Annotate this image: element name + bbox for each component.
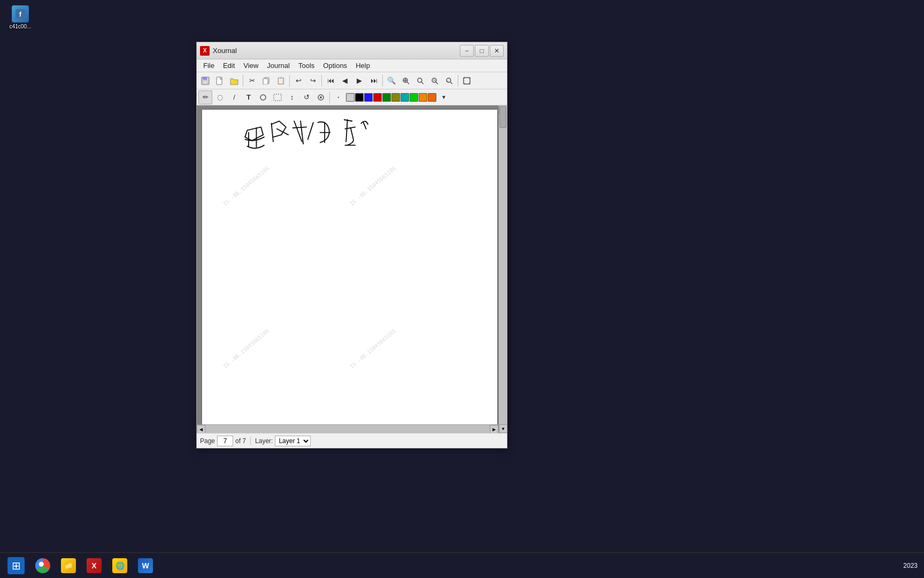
first-page-button[interactable]: ⏮ xyxy=(324,74,337,88)
taskbar-xournal[interactable]: X xyxy=(82,555,106,576)
zoom-100-button[interactable]: % xyxy=(428,74,442,88)
toolbar-drawing: ✏ ◌ / T ↕ ↺ • xyxy=(197,89,507,105)
window-title: Xournal xyxy=(213,47,460,55)
last-page-button[interactable]: ⏭ xyxy=(367,74,381,88)
toolbar-separator-5 xyxy=(458,75,458,87)
color-picker-tool[interactable] xyxy=(314,90,328,104)
color-teal[interactable] xyxy=(401,93,409,102)
color-gray[interactable] xyxy=(346,93,355,102)
shape-tool[interactable] xyxy=(256,90,270,104)
vertical-space-tool[interactable]: ↕ xyxy=(285,90,299,104)
taskbar-miro[interactable]: 🌐 xyxy=(108,555,132,576)
prev-page-button[interactable]: ◀ xyxy=(338,74,352,88)
scroll-right-button[interactable]: ▶ xyxy=(490,425,498,433)
page-label: Page xyxy=(200,437,215,445)
svg-rect-22 xyxy=(274,94,281,101)
select-region-tool[interactable] xyxy=(271,90,284,104)
svg-rect-7 xyxy=(263,79,268,85)
color-black[interactable] xyxy=(355,93,364,102)
svg-text:f: f xyxy=(19,10,22,18)
page-of-label: of 7 xyxy=(235,437,246,445)
page-number-input[interactable] xyxy=(217,436,233,446)
open-button[interactable] xyxy=(227,74,241,88)
window-controls: − □ ✕ xyxy=(460,45,504,57)
fullscreen-button[interactable] xyxy=(460,74,474,88)
close-button[interactable]: ✕ xyxy=(490,45,504,57)
app-icon-label: X xyxy=(203,48,207,54)
taskbar-chrome[interactable] xyxy=(31,555,55,576)
svg-rect-4 xyxy=(203,81,207,84)
maximize-button[interactable]: □ xyxy=(475,45,489,57)
layer-select[interactable]: Layer 1 xyxy=(275,436,311,446)
scrollbar-vertical[interactable]: ▲ ▼ xyxy=(498,105,507,433)
color-lime[interactable] xyxy=(410,93,418,102)
svg-line-13 xyxy=(421,82,424,84)
scroll-down-button[interactable]: ▼ xyxy=(499,424,507,433)
svg-text:%: % xyxy=(433,79,436,82)
paste-button[interactable]: 📋 xyxy=(274,74,288,88)
zoom-in-button[interactable] xyxy=(399,74,413,88)
scroll-left-button[interactable]: ◀ xyxy=(197,425,205,433)
pen-tool[interactable]: ✏ xyxy=(198,90,212,104)
svg-rect-20 xyxy=(464,78,470,84)
svg-line-9 xyxy=(407,82,409,84)
menu-file[interactable]: File xyxy=(199,60,219,71)
svg-line-15 xyxy=(436,82,438,84)
menu-view[interactable]: View xyxy=(239,60,263,71)
layer-label: Layer: xyxy=(255,437,273,445)
color-olive[interactable] xyxy=(391,93,400,102)
svg-point-12 xyxy=(418,78,422,82)
toolbar-main: ✂ 📋 ↩ ↪ ⏮ ◀ ▶ ⏭ 🔍 xyxy=(197,72,507,89)
svg-point-21 xyxy=(260,95,266,100)
zoom-out-button[interactable]: 🔍 xyxy=(384,74,398,88)
undo-button[interactable]: ↩ xyxy=(291,74,305,88)
redo-button[interactable]: ↪ xyxy=(306,74,320,88)
status-separator xyxy=(250,437,251,445)
menu-tools[interactable]: Tools xyxy=(294,60,319,71)
new-button[interactable] xyxy=(213,74,227,88)
svg-point-24 xyxy=(320,96,322,98)
color-dropdown[interactable]: ▼ xyxy=(437,90,451,104)
rotate-tool[interactable]: ↺ xyxy=(299,90,313,104)
xournal-window: X Xournal − □ ✕ File Edit View Journal T… xyxy=(196,42,507,448)
minimize-button[interactable]: − xyxy=(460,45,474,57)
copy-button[interactable] xyxy=(259,74,273,88)
zoom-custom-button[interactable]: + xyxy=(442,74,456,88)
text-tool[interactable]: T xyxy=(242,90,256,104)
app-icon: X xyxy=(200,46,210,56)
color-red[interactable] xyxy=(373,93,382,102)
color-green[interactable] xyxy=(382,93,391,102)
svg-line-18 xyxy=(450,82,452,84)
toolbar-separator-4 xyxy=(382,75,383,87)
scroll-thumb-vertical[interactable] xyxy=(499,107,506,128)
start-icon: ⊞ xyxy=(7,557,25,574)
miro-icon: 🌐 xyxy=(112,558,127,573)
taskbar-word[interactable]: W xyxy=(134,555,157,576)
color-blue[interactable] xyxy=(364,93,373,102)
desktop-icon-image: f xyxy=(12,5,29,22)
color-orange[interactable] xyxy=(419,93,427,102)
desktop: f c41c00... X Xournal − □ ✕ File Edit Vi… xyxy=(0,0,924,578)
taskbar-files[interactable]: 📁 xyxy=(57,555,80,576)
canvas-area[interactable]: IS -86.1504566510S IS -86.1504566510S IS… xyxy=(197,105,507,433)
save-button[interactable] xyxy=(198,74,212,88)
files-icon: 📁 xyxy=(61,558,76,573)
cut-button[interactable]: ✂ xyxy=(245,74,259,88)
color-dark-orange[interactable] xyxy=(428,93,436,102)
zoom-fit-button[interactable] xyxy=(413,74,427,88)
page-canvas[interactable]: IS -86.1504566510S IS -86.1504566510S IS… xyxy=(202,110,497,429)
toolbar2-separator xyxy=(329,92,330,103)
menu-journal[interactable]: Journal xyxy=(263,60,294,71)
desktop-icon[interactable]: f c41c00... xyxy=(4,5,36,29)
scrollbar-horizontal[interactable]: ◀ ▶ xyxy=(197,424,498,433)
menu-edit[interactable]: Edit xyxy=(219,60,239,71)
xournal-taskbar-icon: X xyxy=(87,558,102,573)
menu-help[interactable]: Help xyxy=(351,60,374,71)
eraser-tool[interactable]: ◌ xyxy=(213,90,227,104)
highlighter-tool[interactable]: / xyxy=(227,90,241,104)
taskbar-start[interactable]: ⊞ xyxy=(3,555,29,576)
next-page-button[interactable]: ▶ xyxy=(352,74,366,88)
menu-bar: File Edit View Journal Tools Options Hel… xyxy=(197,59,507,72)
taskbar-clock: 2023 xyxy=(903,562,922,569)
menu-options[interactable]: Options xyxy=(319,60,351,71)
